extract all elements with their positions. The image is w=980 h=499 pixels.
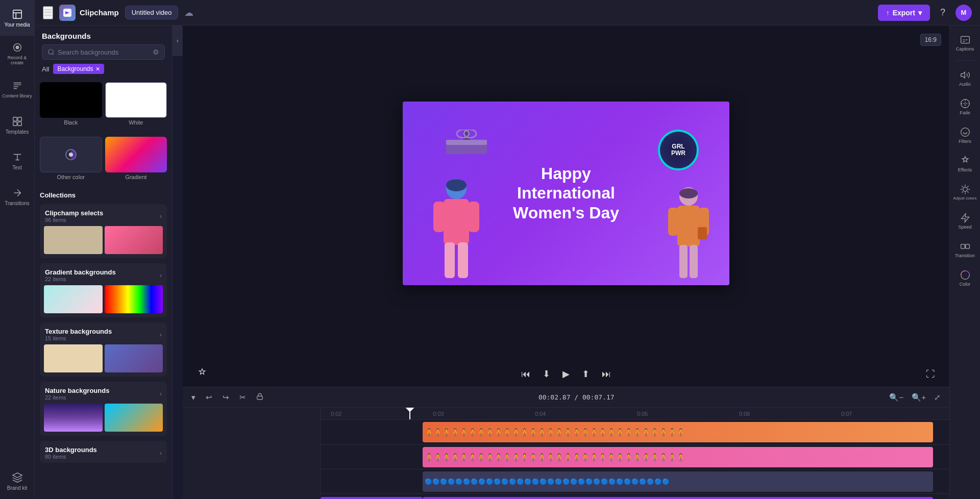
magic-edit-button[interactable] — [195, 366, 209, 383]
gradient-background[interactable] — [105, 137, 167, 172]
search-input[interactable] — [58, 48, 150, 56]
svg-point-2 — [16, 46, 19, 49]
main-content: ☰ Clipchamp Untitled video ☁ ↑ Export ▾ … — [35, 0, 980, 499]
svg-point-8 — [48, 49, 53, 54]
collection-gradient-backgrounds: Gradient backgrounds 22 items › — [40, 263, 167, 317]
audio-tool[interactable]: Audio — [952, 65, 978, 91]
sidebar-item-your-media[interactable]: Your media — [0, 0, 35, 36]
col-count-clipchamp: 96 items — [45, 217, 103, 223]
filter-icon[interactable]: ⚙ — [153, 48, 159, 56]
svg-rect-5 — [13, 121, 16, 125]
filters-tool[interactable]: Filters — [952, 122, 978, 148]
logo-text: Clipchamp — [80, 8, 119, 17]
hamburger-menu[interactable]: ☰ — [43, 6, 53, 19]
svg-rect-31 — [257, 396, 263, 399]
sidebar-item-content-library[interactable]: Content library — [0, 71, 35, 107]
filter-row: All Backgrounds ✕ — [42, 64, 165, 74]
frame-back-button[interactable]: ⬇ — [541, 366, 552, 382]
sidebar-item-record-create[interactable]: Record & create — [0, 36, 35, 71]
remove-filter-icon[interactable]: ✕ — [95, 66, 100, 72]
play-button[interactable]: ▶ — [560, 366, 572, 382]
lock-button[interactable] — [254, 391, 266, 403]
timeline-tracks: 0:02 0:03 0:04 0:05 0:06 0:07 — [183, 408, 949, 499]
chevron-right-icon-2: › — [160, 272, 162, 279]
other-color-background[interactable] — [40, 137, 102, 172]
col-thumb-4[interactable] — [105, 285, 163, 313]
search-icon — [47, 48, 55, 56]
logo-icon — [59, 5, 76, 21]
ruler-mark-0:07: 0:07 — [841, 408, 852, 419]
pink-video-clip[interactable]: 🧍🧍🧍🧍🧍🧍🧍🧍🧍🧍🧍🧍🧍🧍🧍🧍🧍🧍🧍🧍🧍🧍🧍🧍🧍🧍🧍🧍🧍🧍 — [423, 447, 933, 467]
timeline-time-display: 00:02.87 / 00:07.17 — [271, 393, 881, 401]
fullscreen-button[interactable]: ⛶ — [924, 367, 937, 382]
col-thumb-3[interactable] — [44, 285, 103, 313]
ruler-mark-0:03: 0:03 — [433, 408, 444, 419]
svg-rect-4 — [17, 117, 21, 120]
undo-button[interactable]: ↩ — [203, 391, 215, 404]
track-row-orange: 🧍🧍🧍🧍🧍🧍🧍🧍🧍🧍🧍🧍🧍🧍🧍🧍🧍🧍🧍🧍🧍🧍🧍🧍🧍🧍🧍🧍🧍🧍 — [321, 420, 949, 444]
panel-title: Backgrounds — [42, 32, 91, 40]
svg-point-36 — [963, 187, 967, 191]
help-button[interactable]: ? — [940, 7, 945, 18]
collection-nature-header[interactable]: Nature backgrounds 22 items › — [40, 382, 167, 404]
col-thumb-8[interactable] — [105, 404, 163, 432]
fade-tool[interactable]: Fade — [952, 93, 978, 120]
svg-rect-3 — [13, 117, 16, 120]
filter-backgrounds-tag[interactable]: Backgrounds ✕ — [53, 64, 104, 74]
export-button[interactable]: ↑ Export ▾ — [878, 5, 930, 21]
playhead-diamond — [406, 408, 414, 412]
frame-forward-button[interactable]: ⬆ — [580, 366, 592, 382]
col-thumb-7[interactable] — [44, 404, 103, 432]
svg-rect-38 — [965, 244, 969, 248]
transition-tool[interactable]: Transition — [952, 236, 978, 263]
effects-tool[interactable]: Effects — [952, 151, 978, 177]
background-clip-before[interactable]: Background — [321, 497, 423, 499]
fit-timeline-button[interactable]: ⤢ — [932, 391, 943, 404]
col-thumb-2[interactable] — [105, 226, 163, 254]
sidebar-item-text[interactable]: Text — [0, 143, 35, 179]
skip-back-button[interactable]: ⏮ — [519, 367, 532, 382]
filter-all-button[interactable]: All — [42, 65, 49, 73]
collection-texture-header[interactable]: Texture backgrounds 15 items › — [40, 322, 167, 344]
canvas-viewport: 16:9 GRLPWR — [183, 26, 949, 361]
speed-tool[interactable]: Speed — [952, 208, 978, 234]
adjust-colors-tool[interactable]: Adjust colors — [952, 179, 978, 206]
canvas-title: Happy International Women's Day — [469, 164, 663, 222]
cut-button[interactable]: ✂ — [237, 391, 249, 404]
background-clip-main[interactable] — [423, 497, 933, 499]
col-thumb-1[interactable] — [44, 226, 103, 254]
collection-clipchamp-selects-header[interactable]: Clipchamp selects 96 items › — [40, 204, 167, 226]
col-thumb-6[interactable] — [105, 344, 163, 372]
collection-3d-header[interactable]: 3D backgrounds 80 items › — [40, 441, 167, 463]
timeline-scroll[interactable]: 0:02 0:03 0:04 0:05 0:06 0:07 — [321, 408, 949, 499]
white-background[interactable] — [105, 82, 167, 118]
color-tool[interactable]: Color — [952, 265, 978, 291]
redo-button[interactable]: ↪ — [220, 391, 232, 404]
timeline-toolbar: ▾ ↩ ↪ ✂ 00:02.87 / 00:07.17 🔍− 🔍+ ⤢ — [183, 387, 949, 408]
zoom-controls: 🔍− 🔍+ ⤢ — [887, 391, 943, 404]
svg-point-24 — [679, 188, 698, 198]
zoom-out-button[interactable]: 🔍− — [887, 391, 906, 404]
timeline-ruler: 0:02 0:03 0:04 0:05 0:06 0:07 — [321, 408, 949, 420]
captions-tool[interactable]: Captions — [952, 30, 978, 56]
timeline-collapse-button[interactable]: ▾ — [189, 391, 198, 404]
black-background[interactable] — [40, 82, 102, 118]
chevron-right-icon-3: › — [160, 331, 162, 338]
zoom-in-button[interactable]: 🔍+ — [909, 391, 928, 404]
left-navigation: Your media Record & create Content libra… — [0, 0, 35, 499]
video-canvas[interactable]: GRLPWR Happy International Women's Day — [403, 102, 729, 285]
playhead[interactable] — [409, 408, 410, 419]
sidebar-item-templates[interactable]: Templates — [0, 107, 35, 143]
collection-gradient-header[interactable]: Gradient backgrounds 22 items › — [40, 263, 167, 285]
orange-video-clip[interactable]: 🧍🧍🧍🧍🧍🧍🧍🧍🧍🧍🧍🧍🧍🧍🧍🧍🧍🧍🧍🧍🧍🧍🧍🧍🧍🧍🧍🧍🧍🧍 — [423, 422, 933, 442]
sticker-clip[interactable]: 🔵🔵🔵🔵🔵🔵🔵🔵🔵🔵🔵🔵🔵🔵🔵🔵🔵🔵🔵🔵🔵🔵🔵🔵🔵🔵🔵🔵🔵🔵🔵🔵 — [423, 471, 933, 492]
ruler-mark-0:06: 0:06 — [739, 408, 750, 419]
panel-collapse-button[interactable]: ‹ — [173, 26, 183, 56]
avatar[interactable]: M — [955, 5, 972, 21]
search-box[interactable]: ⚙ — [42, 44, 165, 60]
sidebar-item-transitions[interactable]: Transitions — [0, 179, 35, 214]
project-name[interactable]: Untitled video — [125, 6, 179, 19]
col-thumb-5[interactable] — [44, 344, 103, 372]
skip-forward-button[interactable]: ⏭ — [600, 367, 613, 382]
sidebar-item-brand-kit[interactable]: Brand kit — [0, 463, 35, 499]
